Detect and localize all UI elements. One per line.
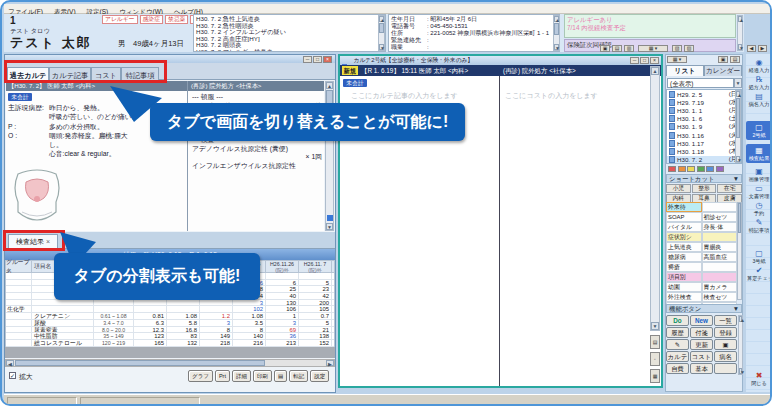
function-button[interactable]: 登録 xyxy=(714,327,737,338)
function-button[interactable]: カルテ xyxy=(666,351,689,362)
scroll-left-icon[interactable]: ◀ xyxy=(6,360,14,366)
search-icon[interactable]: ▣ xyxy=(714,339,737,350)
function-button[interactable] xyxy=(714,363,737,374)
shortcut-cell[interactable]: 身長·体 xyxy=(702,222,738,232)
strip-button-特記事項[interactable]: ✎特記事項 xyxy=(746,218,772,233)
strip-pager-left-icon[interactable]: ◀ xyxy=(747,45,756,52)
close-icon[interactable]: × xyxy=(323,56,332,63)
function-button[interactable]: 自費 xyxy=(666,363,689,374)
function-button[interactable]: Do xyxy=(666,315,689,326)
strip-button-文書管理[interactable]: ▭文書管理 xyxy=(746,184,772,199)
strip-button-経過入力[interactable]: ◉経過入力 xyxy=(746,58,772,73)
shortcut-cell[interactable]: 項目別 xyxy=(666,272,702,282)
function-button[interactable]: 更新 xyxy=(690,339,713,350)
function-scrollbar[interactable]: ▲ ▼ xyxy=(738,315,743,375)
table-row[interactable]: 3130200 xyxy=(6,300,334,307)
shortcut-cell[interactable] xyxy=(702,262,738,272)
print-preview-button[interactable]: Prt xyxy=(215,370,230,382)
printer-icon[interactable]: ▤ xyxy=(274,370,287,382)
settings-button[interactable]: 設定 xyxy=(310,370,329,382)
function-button[interactable]: 病名 xyxy=(714,351,737,362)
karte2-titlebar[interactable]: カルテ2号紙【全診療科・全保険・外来のみ】 xyxy=(340,56,661,65)
side-tool-print-icon[interactable]: ▤ xyxy=(650,335,660,349)
shortcut-cell[interactable]: バイタル xyxy=(666,222,702,232)
cost-entry-placeholder[interactable]: ここにコストの入力をします xyxy=(505,91,598,101)
shortcut-cell[interactable]: 高脂血症 xyxy=(702,252,738,262)
maximize-icon[interactable]: □ xyxy=(640,57,649,64)
tab-calendar[interactable]: カレンダー xyxy=(704,65,742,76)
visit-date-list[interactable]: H29. 2. 5(日)H29. 7.19(水)H30. 1. 1(月)H30.… xyxy=(667,90,741,164)
pencil-icon[interactable]: ✎ xyxy=(666,339,689,350)
shortcut-cell[interactable]: 外来待 xyxy=(666,202,702,212)
results-hscrollbar[interactable]: ◀ ▶ xyxy=(5,359,335,367)
sidebar-tool-button-2[interactable]: ▤ xyxy=(730,56,740,63)
strip-pager-right-icon[interactable]: ▶ xyxy=(758,45,767,52)
chevron-down-icon[interactable]: ▼ xyxy=(733,175,739,182)
side-tool-grid-icon[interactable]: ▦ xyxy=(650,369,660,383)
zoom-checkbox[interactable]: ✓ xyxy=(9,372,16,379)
strip-button-画像管理[interactable]: ▣画像管理 xyxy=(746,167,772,182)
toolbar-button-5[interactable]: ▨ xyxy=(684,45,694,52)
date-column-header[interactable]: H26.11.26(院)外 xyxy=(266,261,299,272)
maximize-icon[interactable]: □ xyxy=(313,56,322,63)
date-filter-select[interactable]: (全表示) xyxy=(667,78,734,88)
summary-toolbar-button[interactable]: ▦ ▾ xyxy=(638,45,668,52)
chevron-down-icon[interactable]: ▼ xyxy=(734,78,742,88)
function-button[interactable]: 付箋 xyxy=(690,327,713,338)
category-button[interactable]: 小児 xyxy=(666,184,691,193)
shortcut-scrollbar[interactable] xyxy=(737,202,742,300)
shortcut-cell[interactable]: 検査セツ xyxy=(702,292,738,302)
function-button[interactable]: 履歴 xyxy=(666,327,689,338)
strip-button-2号紙[interactable]: ▢2号紙 xyxy=(746,121,772,140)
strip-button-算定チェック[interactable]: ✔算定チェック xyxy=(746,266,772,281)
table-row[interactable]: 生化学102106105 xyxy=(6,306,334,313)
shortcut-cell[interactable]: 糖尿病 xyxy=(666,252,702,262)
table-row[interactable]: クレアチニン0.61 ~ 1.080.811.081.21.0810.7 xyxy=(6,313,334,320)
shortcut-cell[interactable]: SOAP xyxy=(666,212,702,222)
toolbar-button-4[interactable]: ▧ xyxy=(672,45,682,52)
shortcut-cell[interactable]: 幼園 xyxy=(666,282,702,292)
strip-button-3号紙[interactable]: ▢3号紙 xyxy=(746,249,772,264)
shortcut-cell[interactable]: 胃腸炎 xyxy=(702,242,738,252)
table-row[interactable]: 尿酸3.4 ~ 7.06.35.833.535 xyxy=(6,320,334,327)
toolbar-button-1[interactable]: ▣ xyxy=(600,45,610,52)
tab-list[interactable]: リスト xyxy=(666,65,704,76)
detail-button[interactable]: 詳細 xyxy=(232,370,251,382)
visit-date-row[interactable]: H30. 7. 2(月) xyxy=(667,156,741,164)
function-button[interactable]: 基本 xyxy=(690,363,713,374)
strip-button-予約[interactable]: ◷予約 xyxy=(746,201,772,216)
shortcut-cell[interactable] xyxy=(702,272,738,282)
shortcut-cell[interactable]: 初診セツ xyxy=(702,212,738,222)
graph-button[interactable]: グラフ xyxy=(188,370,213,382)
date-list-scrollbar[interactable]: ▲ ▼ xyxy=(735,90,741,163)
table-row[interactable]: 総コレステロール120 ~ 219165132218216213152 xyxy=(6,340,334,347)
chevron-down-icon[interactable]: ▼ xyxy=(733,305,739,312)
category-button[interactable]: 整形 xyxy=(692,184,717,193)
hscroll-thumb[interactable] xyxy=(15,360,265,366)
transcribe-button[interactable]: 転記 xyxy=(289,370,308,382)
shortcut-cell[interactable] xyxy=(702,232,738,242)
toolbar-button-3[interactable]: ▥ xyxy=(624,45,634,52)
date-column-header[interactable]: H26.11. 7(院)外 xyxy=(299,261,332,272)
shortcut-cell[interactable]: 外注検査 xyxy=(666,292,702,302)
shortcut-cell[interactable]: 上気道炎 xyxy=(666,242,702,252)
scroll-right-icon[interactable]: ▶ xyxy=(326,360,334,366)
table-row[interactable]: 尿素窒素8.0 ~ 20.012.316.8886921 xyxy=(6,327,334,334)
shortcut-cell[interactable]: 胃カメラ xyxy=(702,282,738,292)
karte-entry-placeholder[interactable]: ここにカルテ記事の入力をします xyxy=(351,91,458,101)
function-section-header[interactable]: 機能ボタン ▼ xyxy=(666,304,742,313)
table-row[interactable]: 中性脂肪35 ~ 1491238314914036138 xyxy=(6,333,334,340)
sidebar-calendar-button[interactable]: ▦ ▾ xyxy=(667,56,687,63)
function-button[interactable]: 一覧 xyxy=(714,315,737,326)
toolbar-button-2[interactable]: ▤ xyxy=(612,45,622,52)
menu-bar[interactable]: ファイル(F)表示(V)設定(S)ウィンドウ(W)ヘルプ(H) xyxy=(4,4,772,14)
karte2-scrollbar[interactable]: ▲ ▼ xyxy=(650,66,660,331)
side-tool-stamp-icon[interactable]: ◦ xyxy=(650,352,660,366)
minimize-icon[interactable]: ─ xyxy=(303,56,312,63)
column-header[interactable]: グループ名 xyxy=(6,261,32,272)
shortcut-cell[interactable]: 症状別シ xyxy=(666,232,702,242)
strip-button-処方入力[interactable]: ℞処方入力 xyxy=(746,75,772,90)
function-button[interactable]: New xyxy=(690,315,713,326)
shortcut-section-header[interactable]: ショートカット ▼ xyxy=(666,174,742,183)
shortcut-cell[interactable] xyxy=(702,202,738,212)
